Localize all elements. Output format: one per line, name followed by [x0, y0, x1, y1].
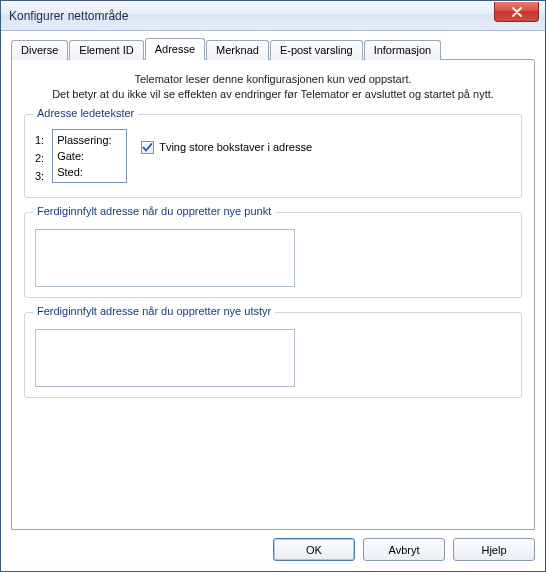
checkbox-label: Tving store bokstaver i adresse [159, 141, 312, 153]
label-value-2: Gate: [57, 148, 122, 164]
label-num-1: 1: [35, 131, 44, 149]
group-prefill-utstyr: Ferdiginnfylt adresse når du oppretter n… [24, 312, 522, 398]
group-prefill-punkt: Ferdiginnfylt adresse når du oppretter n… [24, 212, 522, 298]
close-icon [511, 7, 523, 17]
tabstrip: Diverse Element ID Adresse Merknad E-pos… [11, 40, 535, 60]
button-row: OK Avbryt Hjelp [11, 530, 535, 561]
dialog-window: Konfigurer nettområde Diverse Element ID… [0, 0, 546, 572]
ok-button[interactable]: OK [273, 538, 355, 561]
client-area: Diverse Element ID Adresse Merknad E-pos… [1, 31, 545, 571]
tab-element-id[interactable]: Element ID [69, 40, 143, 60]
help-button[interactable]: Hjelp [453, 538, 535, 561]
checkbox-row: Tving store bokstaver i adresse [141, 129, 312, 154]
tabpanel-adresse: Telemator leser denne konfigurasjonen ku… [11, 59, 535, 530]
window-title: Konfigurer nettområde [9, 9, 128, 23]
textarea-utstyr[interactable] [35, 329, 295, 387]
titlebar[interactable]: Konfigurer nettområde [1, 1, 545, 31]
group-adresse-ledetekster: Adresse ledetekster 1: 2: 3: Plassering:… [24, 114, 522, 198]
check-icon [142, 142, 153, 153]
checkbox-uppercase[interactable] [141, 141, 154, 154]
label-num-2: 2: [35, 149, 44, 167]
spacer [24, 412, 522, 517]
label-value-3: Sted: [57, 164, 122, 180]
label-numbers: 1: 2: 3: [35, 129, 44, 187]
group-legend-labels: Adresse ledetekster [33, 107, 138, 119]
info-line1: Telemator leser denne konfigurasjonen ku… [134, 73, 411, 85]
info-line2: Det betyr at du ikke vil se effekten av … [52, 88, 494, 100]
tab-diverse[interactable]: Diverse [11, 40, 68, 60]
labels-input[interactable]: Plassering: Gate: Sted: [52, 129, 127, 183]
textarea-punkt[interactable] [35, 229, 295, 287]
labels-row: 1: 2: 3: Plassering: Gate: Sted: [35, 129, 511, 187]
group-legend-utstyr: Ferdiginnfylt adresse når du oppretter n… [33, 305, 275, 317]
label-num-3: 3: [35, 167, 44, 185]
info-text: Telemator leser denne konfigurasjonen ku… [24, 72, 522, 102]
label-value-1: Plassering: [57, 132, 122, 148]
cancel-button[interactable]: Avbryt [363, 538, 445, 561]
tab-informasjon[interactable]: Informasjon [364, 40, 441, 60]
tab-epost-varsling[interactable]: E-post varsling [270, 40, 363, 60]
close-button[interactable] [494, 2, 539, 22]
tab-merknad[interactable]: Merknad [206, 40, 269, 60]
tab-adresse[interactable]: Adresse [145, 38, 205, 60]
group-legend-punkt: Ferdiginnfylt adresse når du oppretter n… [33, 205, 275, 217]
